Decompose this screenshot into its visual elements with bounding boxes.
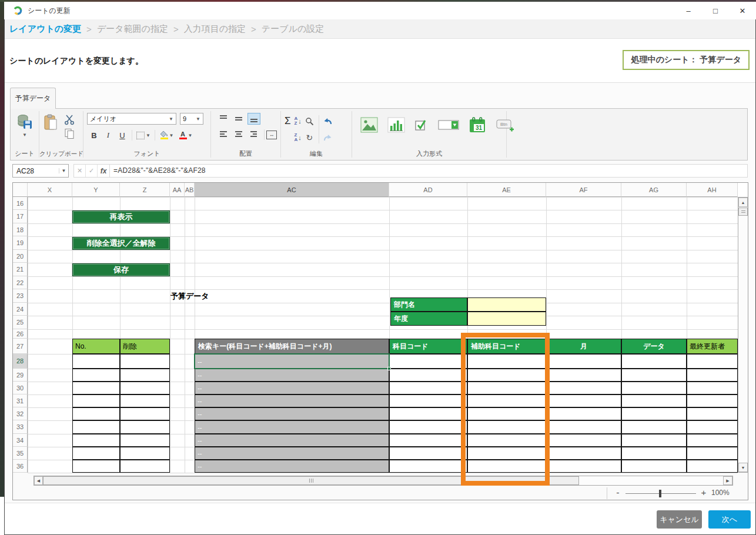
- insert-image-button[interactable]: [360, 117, 378, 135]
- sheet-button-3[interactable]: 保存: [72, 263, 170, 276]
- cell-no-row28[interactable]: [72, 354, 120, 369]
- cell-colAD-row32[interactable]: [389, 407, 467, 420]
- row-header-16[interactable]: 16: [13, 197, 28, 210]
- cell-colAG-row32[interactable]: [621, 407, 687, 420]
- row-header-23[interactable]: 23: [13, 289, 28, 303]
- align-bottom-button[interactable]: [247, 113, 260, 125]
- cell-delete-row30[interactable]: [120, 382, 170, 394]
- cell-colAD-row28[interactable]: [389, 354, 467, 369]
- cell-colAG-row34[interactable]: [621, 434, 687, 447]
- autosum-button[interactable]: Σ: [285, 114, 291, 128]
- table-header-2[interactable]: 削除: [120, 339, 170, 354]
- cell-colAH-row35[interactable]: [687, 447, 738, 460]
- column-header-AC[interactable]: AC: [195, 183, 389, 197]
- cancel-button[interactable]: キャンセル: [657, 510, 702, 529]
- cell-searchkey-row34[interactable]: --: [195, 434, 389, 447]
- font-color-button[interactable]: A ▼: [176, 129, 195, 142]
- undo-button[interactable]: [323, 114, 333, 128]
- insert-button-control-button[interactable]: Btn: [496, 118, 514, 135]
- cell-colAF-row31[interactable]: [546, 394, 621, 407]
- cell-colAH-row28[interactable]: [687, 354, 738, 369]
- cell-searchkey-row35[interactable]: --: [195, 447, 389, 460]
- sort-descending-button[interactable]: ZA↓: [295, 131, 302, 145]
- next-button[interactable]: 次へ: [708, 510, 751, 529]
- column-header-Y[interactable]: Y: [72, 183, 120, 197]
- vertical-scroll-thumb[interactable]: [738, 208, 748, 216]
- row-header-20[interactable]: 20: [13, 250, 28, 263]
- insert-calendar-button[interactable]: 31: [469, 116, 486, 136]
- cell-colAG-row29[interactable]: [621, 369, 687, 382]
- cell-colAH-row36[interactable]: [687, 460, 738, 473]
- table-header-7[interactable]: データ: [621, 339, 687, 354]
- sheet-button-2[interactable]: 削除全選択／全解除: [72, 237, 170, 250]
- row-header-30[interactable]: 30: [13, 382, 28, 394]
- cell-no-row33[interactable]: [72, 420, 120, 434]
- column-header-AB[interactable]: AB: [185, 183, 195, 197]
- cell-searchkey-row33[interactable]: --: [195, 420, 389, 434]
- cell-colAH-row33[interactable]: [687, 420, 738, 434]
- redo-button[interactable]: [323, 131, 333, 145]
- form-value-2[interactable]: [467, 312, 546, 326]
- cell-searchkey-row32[interactable]: --: [195, 407, 389, 420]
- table-header-4[interactable]: 科目コード: [389, 339, 467, 354]
- cell-colAH-row34[interactable]: [687, 434, 738, 447]
- refresh-button[interactable]: ↻: [305, 131, 314, 145]
- column-header-AF[interactable]: AF: [546, 183, 621, 197]
- vertical-scrollbar[interactable]: [738, 197, 748, 473]
- cell-searchkey-row30[interactable]: --: [195, 382, 389, 394]
- align-left-button[interactable]: [217, 129, 230, 141]
- cell-searchkey-row29[interactable]: --: [195, 369, 389, 382]
- cell-colAD-row33[interactable]: [389, 420, 467, 434]
- cell-delete-row29[interactable]: [120, 369, 170, 382]
- cell-colAD-row29[interactable]: [389, 369, 467, 382]
- cell-delete-row31[interactable]: [120, 394, 170, 407]
- row-header-17[interactable]: 17: [13, 210, 28, 223]
- cell-name-box[interactable]: AC28 ▼: [12, 164, 69, 178]
- row-header-29[interactable]: 29: [13, 369, 28, 382]
- cancel-entry-button[interactable]: ✕: [74, 165, 86, 177]
- sort-ascending-button[interactable]: AZ↓: [295, 114, 302, 128]
- row-header-36[interactable]: 36: [13, 460, 28, 473]
- formula-input[interactable]: =AD28&"-"&AE28&"-"&AF28: [110, 164, 748, 178]
- cell-colAF-row36[interactable]: [546, 460, 621, 473]
- cell-delete-row35[interactable]: [120, 447, 170, 460]
- scroll-up-button[interactable]: ▲: [738, 198, 748, 207]
- cell-delete-row33[interactable]: [120, 420, 170, 434]
- table-header-8[interactable]: 最終更新者: [687, 339, 738, 354]
- copy-button[interactable]: [64, 128, 75, 141]
- column-header-AH[interactable]: AH: [687, 183, 738, 197]
- underline-button[interactable]: U: [115, 129, 129, 142]
- font-name-select[interactable]: メイリオ▼: [87, 113, 176, 125]
- cell-colAD-row30[interactable]: [389, 382, 467, 394]
- sheet-tab[interactable]: 予算データ: [10, 88, 56, 109]
- cell-colAF-row33[interactable]: [546, 420, 621, 434]
- row-header-26[interactable]: 26: [13, 329, 28, 339]
- form-value-1[interactable]: [467, 297, 546, 312]
- sheet-button-1[interactable]: 再表示: [72, 210, 170, 223]
- column-header-Z[interactable]: Z: [120, 183, 170, 197]
- table-header-3[interactable]: 検索キー(科目コード+補助科目コード+月): [195, 339, 389, 354]
- sheet-menu-button[interactable]: ▼: [13, 113, 36, 138]
- cell-no-row34[interactable]: [72, 434, 120, 447]
- cell-colAD-row31[interactable]: [389, 394, 467, 407]
- column-header-AD[interactable]: AD: [389, 183, 467, 197]
- table-header-1[interactable]: No.: [72, 339, 120, 354]
- step-layout-change[interactable]: レイアウトの変更: [9, 24, 81, 35]
- cell-searchkey-row36[interactable]: --: [195, 460, 389, 473]
- scroll-right-button[interactable]: ▶: [723, 476, 732, 485]
- insert-combobox-button[interactable]: [438, 119, 459, 133]
- cell-colAF-row35[interactable]: [546, 447, 621, 460]
- scroll-down-button[interactable]: ▼: [738, 463, 748, 472]
- row-header-32[interactable]: 32: [13, 407, 28, 420]
- row-header-21[interactable]: 21: [13, 263, 28, 276]
- row-header-19[interactable]: 19: [13, 236, 28, 250]
- row-header-18[interactable]: 18: [13, 223, 28, 236]
- row-header-31[interactable]: 31: [13, 394, 28, 407]
- cell-no-row36[interactable]: [72, 460, 120, 473]
- cell-no-row31[interactable]: [72, 394, 120, 407]
- cell-delete-row34[interactable]: [120, 434, 170, 447]
- merge-cells-button[interactable]: ↔: [266, 131, 277, 139]
- bold-button[interactable]: B: [87, 129, 101, 142]
- cell-colAF-row34[interactable]: [546, 434, 621, 447]
- search-button[interactable]: [305, 114, 314, 128]
